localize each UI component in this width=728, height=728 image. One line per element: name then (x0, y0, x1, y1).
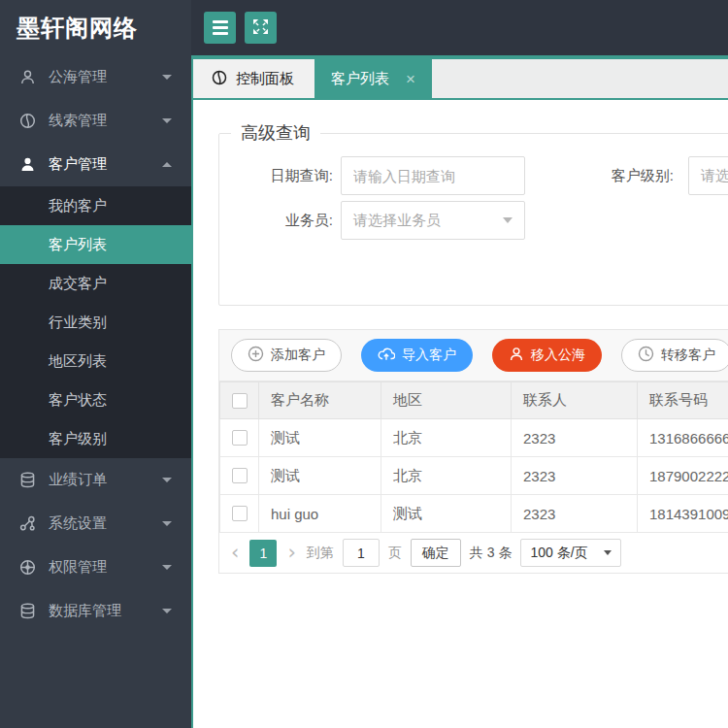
select-placeholder: 请选择客户级别 (701, 167, 728, 185)
sidebar-subitem-region-list[interactable]: 地区列表 (0, 342, 191, 381)
import-customer-button[interactable]: 导入客户 (361, 339, 473, 372)
select-placeholder: 请选择业务员 (353, 212, 441, 230)
button-label: 添加客户 (271, 347, 325, 364)
table-header-row: 客户名称 地区 联系人 联系号码 (220, 382, 728, 419)
chevron-down-icon (162, 521, 172, 526)
goto-label: 到第 (307, 545, 334, 562)
chevron-down-icon (162, 75, 172, 80)
prev-page-icon[interactable]: ‹ (229, 543, 241, 563)
fullscreen-icon (252, 18, 269, 38)
row-checkbox[interactable] (232, 430, 248, 446)
sidebar-subitem-industry-category[interactable]: 行业类别 (0, 303, 191, 342)
row-checkbox[interactable] (232, 506, 248, 521)
database-icon (19, 472, 36, 488)
chevron-down-icon (162, 609, 172, 613)
customers-submenu: 我的客户 客户列表 成交客户 行业类别 地区列表 客户状态 客户级别 (0, 186, 191, 458)
fullscreen-button[interactable] (245, 12, 277, 44)
date-query-label: 日期查询: (219, 167, 341, 185)
topbar (191, 0, 728, 55)
column-header-contact: 联系人 (512, 382, 638, 419)
tab-bar: 控制面板 客户列表 × (191, 55, 728, 100)
chevron-down-icon (162, 565, 172, 570)
sidebar-divider (191, 55, 193, 728)
cloud-upload-icon (378, 347, 395, 365)
goto-page-input[interactable] (343, 539, 380, 567)
move-to-public-sea-button[interactable]: 移入公海 (492, 339, 602, 372)
salesman-label: 业务员: (219, 212, 341, 230)
table-row: hui guo 测试 2323 1814391009 (220, 495, 728, 533)
customer-level-select[interactable]: 请选择客户级别 (688, 156, 728, 195)
grid-toolbar: 添加客户 导入客户 (219, 330, 728, 381)
globe-icon (19, 113, 36, 129)
cell-region: 北京 (381, 419, 512, 457)
page-size-value: 100 条/页 (530, 545, 587, 562)
tab-customer-list[interactable]: 客户列表 × (314, 59, 432, 98)
page-size-select[interactable]: 100 条/页 (520, 539, 621, 567)
sidebar-subitem-my-customers[interactable]: 我的客户 (0, 186, 191, 225)
cell-contact: 2323 (512, 495, 638, 533)
cell-phone: 1879002222 (638, 457, 728, 495)
chevron-down-icon (503, 217, 513, 223)
chevron-down-icon (604, 550, 612, 555)
user-icon (509, 347, 524, 365)
button-label: 导入客户 (402, 347, 456, 364)
sidebar-item-label: 客户管理 (49, 155, 162, 174)
sidebar-item-label: 系统设置 (49, 514, 162, 533)
cell-phone: 1316866666 (638, 419, 728, 457)
sidebar-item-label: 业绩订单 (49, 471, 162, 489)
tab-dashboard[interactable]: 控制面板 (191, 59, 314, 98)
wheel-icon (19, 559, 36, 576)
row-checkbox[interactable] (232, 468, 248, 483)
sidebar-item-label: 权限管理 (49, 558, 162, 577)
customer-grid: 添加客户 导入客户 (218, 329, 728, 574)
sidebar-item-leads[interactable]: 线索管理 (0, 99, 191, 143)
chevron-down-icon (162, 118, 172, 123)
add-customer-button[interactable]: 添加客户 (231, 339, 342, 372)
sidebar-item-customers[interactable]: 客户管理 (0, 143, 191, 186)
cell-phone: 1814391009 (638, 495, 728, 533)
sidebar-subitem-closed-customers[interactable]: 成交客户 (0, 264, 191, 303)
sidebar-item-database[interactable]: 数据库管理 (0, 589, 191, 633)
main-area: 控制面板 客户列表 × 高级查询 日期查询: 客户级别: 请选择客户级别 (191, 0, 728, 728)
sidebar-item-public-sea[interactable]: 公海管理 (0, 55, 191, 99)
table-row: 测试 北京 2323 1879002222 (220, 457, 728, 495)
current-page-button[interactable]: 1 (249, 540, 277, 567)
sidebar-item-orders[interactable]: 业绩订单 (0, 458, 191, 502)
cell-name: 测试 (259, 457, 381, 495)
tab-label: 控制面板 (236, 70, 294, 88)
salesman-select[interactable]: 请选择业务员 (341, 201, 525, 240)
advanced-query-panel: 高级查询 日期查询: 客户级别: 请选择客户级别 业务员: 请选择业务员 (218, 121, 728, 306)
plus-circle-icon (248, 346, 264, 365)
chevron-down-icon (162, 478, 172, 482)
sidebar-item-settings[interactable]: 系统设置 (0, 502, 191, 546)
user-icon (19, 156, 36, 173)
cell-name: hui guo (259, 495, 381, 533)
column-header-name: 客户名称 (259, 382, 381, 419)
chevron-up-icon (162, 162, 172, 167)
customer-table: 客户名称 地区 联系人 联系号码 测试 北京 2323 1316866666 (219, 381, 728, 533)
close-icon[interactable]: × (406, 71, 415, 87)
collapse-sidebar-button[interactable] (204, 12, 236, 44)
sidebar-item-permissions[interactable]: 权限管理 (0, 546, 191, 589)
confirm-page-button[interactable]: 确定 (411, 539, 461, 567)
column-header-region: 地区 (381, 382, 512, 419)
button-label: 转移客户 (661, 347, 715, 364)
cell-region: 测试 (381, 495, 512, 533)
column-header-phone: 联系号码 (638, 382, 728, 419)
cell-contact: 2323 (512, 457, 638, 495)
sidebar-item-label: 公海管理 (49, 68, 162, 86)
sidebar-subitem-customer-level[interactable]: 客户级别 (0, 419, 191, 458)
sidebar-subitem-customer-list[interactable]: 客户列表 (0, 225, 191, 264)
customer-level-label: 客户级别: (525, 167, 688, 185)
select-all-checkbox[interactable] (232, 393, 248, 409)
next-page-icon[interactable]: › (285, 543, 297, 563)
button-label: 移入公海 (531, 347, 585, 364)
transfer-customer-button[interactable]: 转移客户 (621, 339, 728, 372)
app-logo: 墨轩阁网络 (0, 0, 191, 55)
clock-icon (638, 346, 654, 365)
date-query-input[interactable] (341, 156, 525, 195)
database-icon (19, 603, 36, 619)
cell-region: 北京 (381, 457, 512, 495)
sidebar-subitem-customer-status[interactable]: 客户状态 (0, 381, 191, 419)
page-word: 页 (388, 545, 402, 562)
